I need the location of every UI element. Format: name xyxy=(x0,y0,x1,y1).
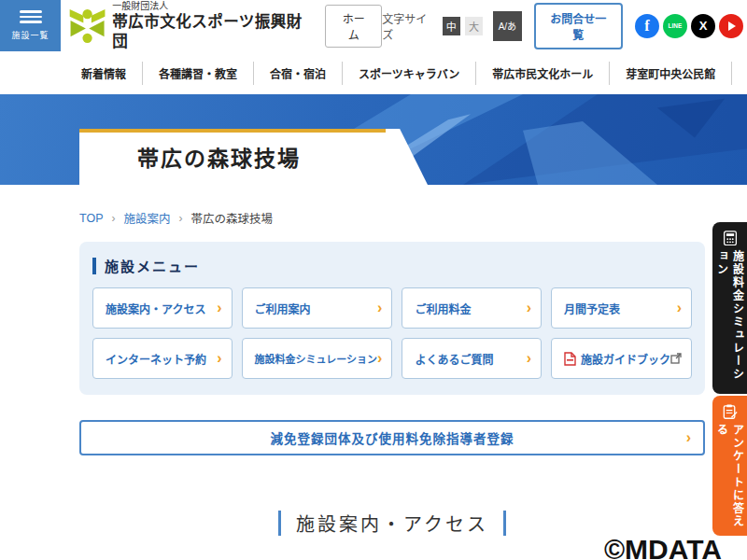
exemption-registration-button[interactable]: 減免登録団体及び使用料免除指導者登録 › xyxy=(79,420,705,455)
nav-item-news[interactable]: 新着情報 xyxy=(65,62,143,85)
chevron-right-icon: › xyxy=(677,301,682,315)
facility-menu-panel: 施設メニュー 施設案内・アクセス › ご利用案内 › ご利用料金 › 月間予定表… xyxy=(79,242,705,395)
x-twitter-icon[interactable]: X xyxy=(691,14,715,38)
nav-item-sports-caravan[interactable]: スポーツキャラバン xyxy=(343,62,476,85)
external-link-icon xyxy=(670,353,682,364)
page-title: 帯広の森球技場 xyxy=(137,141,301,173)
nav-item-community-center[interactable]: 芽室町中央公民館 xyxy=(610,62,732,85)
font-size-large-button[interactable]: 大 xyxy=(465,17,483,35)
section-heading-access: 施設案内・アクセス xyxy=(79,510,705,537)
pdf-icon xyxy=(564,352,576,366)
nav-item-lodging[interactable]: 合宿・宿泊 xyxy=(254,62,343,85)
heading-right-bar xyxy=(503,511,506,536)
breadcrumb-parent[interactable]: 施設案内 xyxy=(123,209,170,227)
chevron-right-icon: › xyxy=(527,351,531,366)
header-utilities: 文字サイズ 中 大 A/あ お問合せ一覧 f LINE X xyxy=(382,3,747,49)
hero-banner: 帯広の森球技場 xyxy=(0,94,747,185)
breadcrumb-home[interactable]: TOP xyxy=(79,212,103,225)
heading-left-bar xyxy=(278,511,281,536)
menu-button-faq[interactable]: よくあるご質問 › xyxy=(402,338,542,379)
chevron-right-icon: › xyxy=(217,351,221,366)
mdata-watermark: ©MDATA xyxy=(604,534,722,560)
survey-float-button[interactable]: アンケートに答える xyxy=(712,396,747,536)
menu-button-monthly-schedule[interactable]: 月間予定表 › xyxy=(551,287,692,329)
menu-button-fee-simulation[interactable]: 施設料金シミュレーション › xyxy=(242,338,393,379)
chevron-right-icon: › xyxy=(377,301,382,315)
main-nav: 新着情報 各種講習・教室 合宿・宿泊 スポーツキャラバン 帯広市民文化ホール 芽… xyxy=(0,51,747,94)
home-button[interactable]: ホーム xyxy=(325,5,382,48)
menu-button-fees[interactable]: ご利用料金 › xyxy=(402,287,542,329)
chevron-right-icon: › xyxy=(686,429,691,446)
org-type: 一般財団法人 xyxy=(112,1,314,13)
menu-button-guide[interactable]: ご利用案内 › xyxy=(242,287,393,329)
org-name: 帯広市文化スポーツ振興財団 xyxy=(112,12,314,50)
title-plate: 帯広の森球技場 xyxy=(79,129,428,185)
header: 施設一覧 一般財団法人 帯広市文化スポーツ振興財団 ホーム 文字サイズ 中 大 … xyxy=(0,0,747,51)
facility-menu-grid: 施設案内・アクセス › ご利用案内 › ご利用料金 › 月間予定表 › インター… xyxy=(92,287,692,379)
chevron-right-icon: › xyxy=(217,301,221,315)
survey-clipboard-icon xyxy=(723,404,738,419)
site-logo-link[interactable]: 一般財団法人 帯広市文化スポーツ振興財団 xyxy=(68,1,314,51)
fee-simulation-float-button[interactable]: 施設料金シミュレーション xyxy=(712,222,747,394)
facility-menu-heading: 施設メニュー xyxy=(92,256,692,275)
font-size-medium-button[interactable]: 中 xyxy=(443,17,460,35)
nav-item-culture-hall[interactable]: 帯広市民文化ホール xyxy=(476,62,610,85)
social-links: f LINE X xyxy=(635,14,743,38)
chevron-right-icon: › xyxy=(377,351,382,366)
chevron-right-icon: › xyxy=(179,212,183,225)
font-size-label: 文字サイズ xyxy=(382,10,435,42)
line-icon[interactable]: LINE xyxy=(663,14,687,38)
breadcrumb-current: 帯広の森球技場 xyxy=(191,209,274,227)
breadcrumb: TOP › 施設案内 › 帯広の森球技場 xyxy=(79,209,747,227)
brand-text: 一般財団法人 帯広市文化スポーツ振興財団 xyxy=(112,1,314,51)
nav-item-about[interactable]: 財団について xyxy=(732,62,747,85)
heading-accent-bar xyxy=(92,258,96,274)
hamburger-icon xyxy=(20,10,42,13)
facility-list-label: 施設一覧 xyxy=(11,29,49,41)
youtube-icon[interactable] xyxy=(719,14,743,38)
foundation-logo-icon xyxy=(68,7,106,46)
chevron-right-icon: › xyxy=(527,301,531,315)
language-toggle-button[interactable]: A/あ xyxy=(493,11,522,41)
play-icon xyxy=(728,21,736,31)
menu-button-guidebook[interactable]: 施設ガイドブック xyxy=(551,338,692,379)
chevron-right-icon: › xyxy=(111,212,115,225)
facility-list-menu-button[interactable]: 施設一覧 xyxy=(0,0,61,51)
nav-item-classes[interactable]: 各種講習・教室 xyxy=(143,62,254,85)
menu-button-access[interactable]: 施設案内・アクセス › xyxy=(92,287,233,329)
contact-list-button[interactable]: お問合せ一覧 xyxy=(534,3,623,49)
menu-button-internet-reservation[interactable]: インターネット予約 › xyxy=(92,338,233,379)
calculator-icon xyxy=(723,231,738,245)
facebook-icon[interactable]: f xyxy=(635,14,659,38)
